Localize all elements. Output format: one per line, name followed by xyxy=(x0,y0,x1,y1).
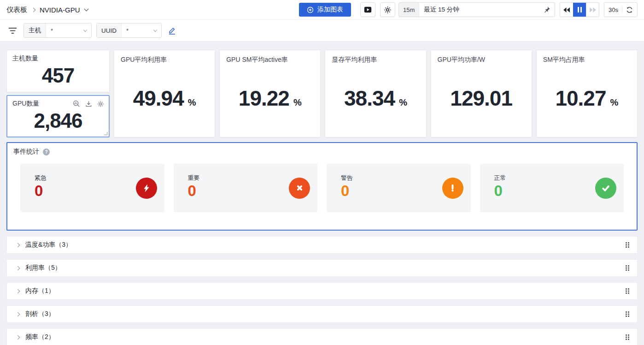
stat-card-unit: % xyxy=(293,97,302,108)
uuid-filter-label: UUID xyxy=(97,24,122,37)
section-label: 内存（1） xyxy=(25,287,55,295)
add-chart-label: 添加图表 xyxy=(317,6,343,14)
stat-card-unit: % xyxy=(399,97,407,108)
playback-controls xyxy=(560,2,599,17)
interval-badge: 15m xyxy=(399,3,419,17)
check-icon xyxy=(595,178,616,199)
dashboard-title[interactable]: NVIDIA-GPU xyxy=(40,6,80,14)
event-tile-normal[interactable]: 正常 0 xyxy=(480,164,624,212)
filter-icon[interactable] xyxy=(8,27,17,34)
stat-card-sm-active[interactable]: GPU SM平均active率 19.22 % xyxy=(219,50,321,137)
uuid-filter-value: * xyxy=(122,27,154,34)
event-tile-warning[interactable]: 警告 0 xyxy=(327,164,471,212)
chevron-right-icon xyxy=(16,312,20,316)
refresh-control[interactable]: 30s xyxy=(604,2,638,17)
drag-handle-icon[interactable] xyxy=(625,242,630,248)
breadcrumb-dashboards[interactable]: 仪表板 xyxy=(6,6,27,14)
section-frequency[interactable]: 频率（2） xyxy=(6,328,638,345)
stat-card-title: GPU SM平均active率 xyxy=(226,55,314,64)
stat-cards-row: 主机数量 457 GPU数量 xyxy=(6,50,638,137)
plus-circle-icon xyxy=(307,6,314,13)
pause-button[interactable] xyxy=(573,3,586,17)
section-label: 温度&功率（3） xyxy=(25,241,72,249)
stat-card-unit: % xyxy=(188,97,196,108)
lightning-icon xyxy=(136,178,157,199)
top-bar-actions: 添加图表 15m 最近 15 分钟 xyxy=(299,2,638,17)
dashboard-switch-chevron-icon[interactable] xyxy=(84,7,88,12)
drag-handle-icon[interactable] xyxy=(625,265,630,271)
play-video-icon xyxy=(363,6,372,14)
host-filter-value: * xyxy=(46,27,84,34)
refresh-icon[interactable] xyxy=(626,6,633,13)
section-label: 频率（2） xyxy=(25,333,55,341)
time-range-label: 最近 15 分钟 xyxy=(424,6,459,14)
stat-card-title: GPU平均功率/W xyxy=(438,55,525,64)
stat-card-title: SM平均占用率 xyxy=(543,55,631,64)
download-icon[interactable] xyxy=(85,101,92,107)
section-temperature-power[interactable]: 温度&功率（3） xyxy=(6,236,638,254)
edit-variables-icon[interactable] xyxy=(168,27,176,35)
settings-button[interactable] xyxy=(380,2,395,17)
stat-card-value: 2,846 xyxy=(34,111,82,131)
stat-card-value: 38.34 xyxy=(344,88,395,109)
chevron-down-icon xyxy=(83,28,87,31)
uuid-filter-select[interactable]: UUID * xyxy=(96,23,162,38)
stat-card-value: 10.27 xyxy=(555,88,606,109)
chevron-right-icon xyxy=(16,243,20,247)
stat-card-title: 主机数量 xyxy=(12,54,104,63)
filter-bar: 主机 * UUID * xyxy=(0,20,644,42)
event-tiles: 紧急 0 重要 0 警告 0 xyxy=(20,164,624,212)
section-label: 剖析（3） xyxy=(25,310,55,318)
stat-card-value: 49.94 xyxy=(133,88,184,109)
stat-card-title: 显存平均利用率 xyxy=(332,55,419,64)
stat-card-host-count[interactable]: 主机数量 457 xyxy=(6,50,110,92)
events-panel-title: 事件统计 xyxy=(13,148,39,156)
cross-icon xyxy=(289,178,310,199)
gear-icon xyxy=(384,6,392,14)
stat-cards-left-column: 主机数量 457 GPU数量 xyxy=(6,50,110,137)
drag-handle-icon[interactable] xyxy=(625,311,630,317)
host-filter-label: 主机 xyxy=(24,24,46,37)
stat-card-value: 19.22 xyxy=(239,88,289,109)
card-hover-toolbar xyxy=(73,100,104,107)
gear-icon[interactable] xyxy=(97,101,104,107)
playlist-button[interactable] xyxy=(360,2,375,17)
stat-card-value: 129.01 xyxy=(450,88,512,109)
events-panel[interactable]: 事件统计 ? 紧急 0 重要 0 警告 0 xyxy=(6,142,638,231)
drag-handle-icon[interactable] xyxy=(625,334,630,340)
breadcrumb-separator-icon xyxy=(31,7,36,12)
section-memory[interactable]: 内存（1） xyxy=(6,282,638,300)
host-filter-select[interactable]: 主机 * xyxy=(23,23,92,38)
event-tile-important[interactable]: 重要 0 xyxy=(174,164,318,212)
stat-card-vram-util[interactable]: 显存平均利用率 38.34 % xyxy=(325,50,426,137)
chevron-right-icon xyxy=(16,335,20,339)
forward-button[interactable] xyxy=(586,3,599,17)
stat-card-title: GPU平均利用率 xyxy=(121,55,208,64)
chevron-down-icon xyxy=(153,28,157,31)
chevron-right-icon xyxy=(16,266,20,270)
chevron-right-icon xyxy=(16,289,20,293)
time-range-picker[interactable]: 15m 最近 15 分钟 xyxy=(398,2,555,17)
event-tile-critical[interactable]: 紧急 0 xyxy=(20,164,164,212)
rewind-button[interactable] xyxy=(560,3,573,17)
section-profiling[interactable]: 剖析（3） xyxy=(6,305,638,323)
drag-handle-icon[interactable] xyxy=(625,288,630,294)
section-utilization[interactable]: 利用率（5） xyxy=(6,259,638,277)
breadcrumb: 仪表板 NVIDIA-GPU xyxy=(6,6,88,14)
pause-icon xyxy=(578,7,582,12)
add-chart-button[interactable]: 添加图表 xyxy=(299,3,351,17)
section-label: 利用率（5） xyxy=(25,264,61,272)
exclamation-icon xyxy=(442,178,463,199)
help-icon[interactable]: ? xyxy=(43,149,50,155)
stat-card-gpu-avg-util[interactable]: GPU平均利用率 49.94 % xyxy=(114,50,215,137)
stat-card-gpu-count[interactable]: GPU数量 xyxy=(6,95,110,137)
top-bar: 仪表板 NVIDIA-GPU 添加图表 xyxy=(0,0,644,20)
stat-card-value: 457 xyxy=(42,65,74,86)
pin-icon[interactable] xyxy=(543,6,550,14)
inspect-chart-icon[interactable] xyxy=(73,100,80,107)
stat-card-sm-occupancy[interactable]: SM平均占用率 10.27 % xyxy=(536,50,638,137)
resize-handle[interactable] xyxy=(104,132,107,135)
refresh-interval-label: 30s xyxy=(609,6,618,13)
stat-card-unit: % xyxy=(610,97,619,108)
stat-card-gpu-power[interactable]: GPU平均功率/W 129.01 xyxy=(431,50,532,137)
